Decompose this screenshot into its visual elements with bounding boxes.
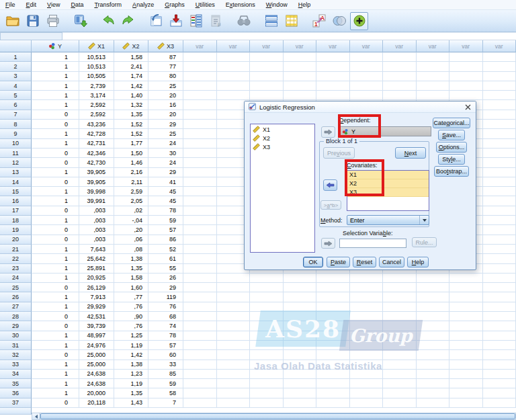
empty-cell[interactable] xyxy=(183,225,217,235)
row-header[interactable]: 29 xyxy=(0,321,32,331)
empty-cell[interactable] xyxy=(417,350,450,360)
empty-cell[interactable] xyxy=(449,292,483,302)
options-button[interactable]: Options... xyxy=(436,142,467,153)
empty-cell[interactable] xyxy=(483,302,516,312)
data-cell[interactable]: 24,638 xyxy=(79,379,114,388)
data-cell[interactable]: 1 xyxy=(32,360,79,370)
data-cell[interactable]: 52 xyxy=(148,245,183,254)
empty-cell[interactable] xyxy=(483,331,516,341)
row-header[interactable]: 11 xyxy=(0,149,32,158)
empty-cell[interactable] xyxy=(483,216,516,225)
data-cell[interactable]: 1,43 xyxy=(114,398,148,408)
empty-cell[interactable] xyxy=(183,341,217,350)
data-cell[interactable]: 1 xyxy=(32,100,79,110)
empty-cell[interactable] xyxy=(284,292,317,302)
empty-cell[interactable] xyxy=(316,360,350,370)
empty-cell[interactable] xyxy=(284,388,317,398)
empty-cell[interactable] xyxy=(284,350,317,360)
empty-cell[interactable] xyxy=(449,388,483,398)
data-cell[interactable]: 29,929 xyxy=(79,302,114,312)
paste-button[interactable]: Paste xyxy=(327,257,350,267)
data-cell[interactable]: 1,19 xyxy=(114,341,148,350)
row-header[interactable]: 27 xyxy=(0,302,32,312)
row-header[interactable]: 8 xyxy=(0,120,32,129)
empty-cell[interactable] xyxy=(284,91,317,100)
empty-cell[interactable] xyxy=(183,283,217,292)
row-header[interactable]: 28 xyxy=(0,312,32,321)
empty-cell[interactable] xyxy=(316,81,350,91)
empty-cell[interactable] xyxy=(183,321,217,331)
empty-cell[interactable] xyxy=(449,62,483,71)
empty-cell[interactable] xyxy=(383,274,417,283)
data-cell[interactable]: 25 xyxy=(148,129,183,138)
empty-cell[interactable] xyxy=(350,62,384,71)
empty-cell[interactable] xyxy=(217,360,251,370)
data-cell[interactable]: ,20 xyxy=(114,225,148,235)
row-header[interactable]: 26 xyxy=(0,292,32,302)
data-cell[interactable]: 0 xyxy=(32,158,79,167)
data-cell[interactable]: 1 xyxy=(32,245,79,254)
empty-cell[interactable] xyxy=(217,312,251,321)
data-cell[interactable]: 0 xyxy=(32,350,79,360)
data-cell[interactable]: 2,41 xyxy=(114,62,148,71)
column-header-var[interactable]: var xyxy=(383,40,417,52)
empty-cell[interactable] xyxy=(217,341,251,350)
row-header[interactable]: 36 xyxy=(0,388,32,398)
empty-cell[interactable] xyxy=(483,81,516,91)
empty-cell[interactable] xyxy=(316,350,350,360)
empty-cell[interactable] xyxy=(250,283,284,292)
empty-cell[interactable] xyxy=(449,91,483,100)
empty-cell[interactable] xyxy=(316,341,350,350)
use-variable-sets-icon[interactable] xyxy=(330,12,348,30)
empty-cell[interactable] xyxy=(383,292,417,302)
empty-cell[interactable] xyxy=(284,62,317,71)
empty-cell[interactable] xyxy=(183,216,217,225)
data-cell[interactable]: 60 xyxy=(148,350,183,360)
empty-cell[interactable] xyxy=(350,379,384,388)
empty-cell[interactable] xyxy=(483,341,516,350)
data-cell[interactable]: 0 xyxy=(32,120,79,129)
empty-cell[interactable] xyxy=(250,360,284,370)
row-header[interactable]: 30 xyxy=(0,331,32,341)
reset-button[interactable]: Reset xyxy=(353,257,376,267)
data-cell[interactable]: 42,531 xyxy=(79,312,114,321)
empty-cell[interactable] xyxy=(483,274,516,283)
row-header[interactable]: 16 xyxy=(0,196,32,206)
data-cell[interactable]: 1 xyxy=(32,379,79,388)
menu-view[interactable]: View xyxy=(42,0,65,10)
data-cell[interactable]: 2,11 xyxy=(114,177,148,187)
cancel-button[interactable]: Cancel xyxy=(379,257,404,267)
empty-cell[interactable] xyxy=(217,283,251,292)
empty-cell[interactable] xyxy=(350,388,384,398)
data-cell[interactable]: 1,32 xyxy=(114,100,148,110)
empty-cell[interactable] xyxy=(250,341,284,350)
empty-cell[interactable] xyxy=(483,168,516,177)
row-header[interactable]: 9 xyxy=(0,129,32,138)
empty-cell[interactable] xyxy=(183,398,217,408)
empty-cell[interactable] xyxy=(383,360,417,370)
data-cell[interactable]: 1,50 xyxy=(114,149,148,158)
empty-cell[interactable] xyxy=(217,398,251,408)
data-cell[interactable]: 42,730 xyxy=(79,158,114,167)
data-cell[interactable]: 1,42 xyxy=(114,81,148,91)
data-cell[interactable]: 16 xyxy=(148,100,183,110)
data-cell[interactable]: 1,38 xyxy=(114,360,148,370)
empty-cell[interactable] xyxy=(183,331,217,341)
column-header-var[interactable]: var xyxy=(483,40,516,52)
column-header-x2[interactable]: X2 xyxy=(114,40,148,52)
data-cell[interactable]: 1,19 xyxy=(114,379,148,388)
empty-cell[interactable] xyxy=(483,158,516,167)
empty-cell[interactable] xyxy=(217,331,251,341)
row-header[interactable]: 19 xyxy=(0,225,32,235)
row-header[interactable]: 12 xyxy=(0,158,32,167)
data-cell[interactable]: 1 xyxy=(32,72,79,81)
empty-cell[interactable] xyxy=(449,360,483,370)
row-header[interactable]: 15 xyxy=(0,187,32,196)
source-variable-x3[interactable]: X3 xyxy=(251,142,314,151)
empty-cell[interactable] xyxy=(449,370,483,379)
empty-cell[interactable] xyxy=(183,149,217,158)
data-cell[interactable]: 0 xyxy=(32,398,79,408)
empty-cell[interactable] xyxy=(449,341,483,350)
empty-cell[interactable] xyxy=(316,331,350,341)
empty-cell[interactable] xyxy=(183,264,217,274)
